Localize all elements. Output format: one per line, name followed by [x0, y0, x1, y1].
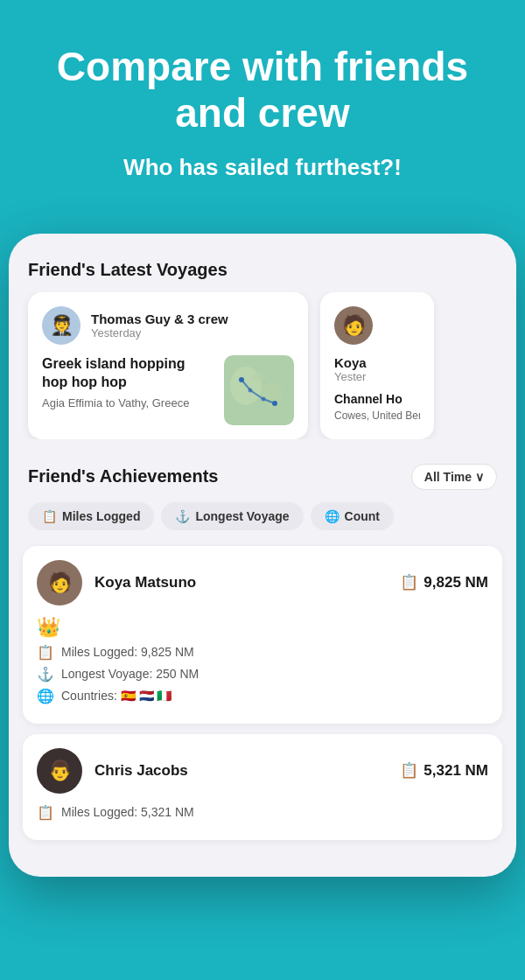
leaderboard-name-1: Koya Matsuno: [94, 574, 388, 592]
miles-icon: 📋: [42, 509, 57, 523]
leaderboard-score-2: 📋 5,321 NM: [400, 761, 488, 780]
voyages-scroll: 🧑‍✈️ Thomas Guy & 3 crew Yesterday Greek…: [9, 292, 516, 439]
voyage-route-1: Agia Effimia to Vathy, Greece: [42, 396, 214, 410]
user-time-1: Yesterday: [91, 326, 228, 340]
voyage-map-1: [224, 355, 294, 425]
all-time-filter-button[interactable]: All Time ∨: [411, 464, 497, 490]
longest-detail-label-1: Longest Voyage: 250 NM: [61, 667, 199, 681]
tab-count-label: Count: [345, 509, 380, 523]
voyage-partial-time: Yester: [334, 370, 420, 383]
anchor-icon: ⚓: [175, 509, 190, 523]
user-info-1: Thomas Guy & 3 crew Yesterday: [91, 312, 228, 340]
voyage-card-2[interactable]: 🧑 Koya Yester Channel Ho Cowes, United B…: [320, 292, 434, 439]
tab-longest-voyage[interactable]: ⚓ Longest Voyage: [161, 502, 303, 530]
voyage-partial-title: Channel Ho: [334, 392, 420, 406]
detail-miles-1: 📋 Miles Logged: 9,825 NM: [37, 644, 488, 661]
voyage-content-1: Greek island hopping hop hop hop Agia Ef…: [42, 355, 294, 425]
anchor-detail-icon-1: ⚓: [37, 666, 54, 682]
detail-rank-1: 👑: [37, 616, 488, 639]
globe-icon: 🌐: [325, 509, 340, 523]
score-value-1: 9,825 NM: [424, 574, 488, 592]
detail-miles-2: 📋 Miles Logged: 5,321 NM: [37, 804, 488, 821]
hero-subtitle: Who has sailed furthest?!: [26, 154, 499, 181]
miles-detail-icon-2: 📋: [37, 804, 54, 821]
achievement-tabs: 📋 Miles Logged ⚓ Longest Voyage 🌐 Count: [9, 502, 516, 530]
hero-title: Compare with friends and crew: [26, 44, 499, 136]
globe-detail-icon-1: 🌐: [37, 688, 54, 704]
tab-count[interactable]: 🌐 Count: [311, 502, 394, 530]
map-svg-1: [224, 355, 294, 425]
avatar-koya-voyage: 🧑: [334, 306, 373, 345]
leaderboard-top-1: 🧑 Koya Matsuno 📋 9,825 NM: [37, 560, 488, 606]
score-value-2: 5,321 NM: [424, 762, 488, 780]
avatar-chris-leaderboard: 👨: [37, 748, 82, 794]
score-icon-1: 📋: [400, 573, 418, 592]
score-icon-2: 📋: [400, 761, 418, 780]
voyage-card-1[interactable]: 🧑‍✈️ Thomas Guy & 3 crew Yesterday Greek…: [28, 292, 308, 439]
achievements-header: Friend's Achievements All Time ∨: [9, 464, 516, 490]
user-name-1: Thomas Guy & 3 crew: [91, 312, 228, 326]
avatar-koya-leaderboard: 🧑: [37, 560, 82, 606]
voyage-title-1: Greek island hopping hop hop hop: [42, 355, 214, 392]
voyages-section-title: Friend's Latest Voyages: [9, 260, 516, 280]
leaderboard-score-1: 📋 9,825 NM: [400, 573, 488, 592]
voyage-text-1: Greek island hopping hop hop hop Agia Ef…: [42, 355, 214, 410]
leaderboard-row-2[interactable]: 👨 Chris Jacobs 📋 5,321 NM 📋 Miles Logged…: [23, 734, 502, 840]
countries-detail-label-1: Countries: 🇪🇸 🇳🇱 🇮🇹: [61, 689, 172, 703]
detail-countries-1: 🌐 Countries: 🇪🇸 🇳🇱 🇮🇹: [37, 688, 488, 704]
voyage-user-row-2: 🧑: [334, 306, 420, 345]
phone-frame: Friend's Latest Voyages 🧑‍✈️ Thomas Guy …: [9, 234, 516, 877]
tab-miles-label: Miles Logged: [62, 509, 140, 523]
voyage-partial-name: Koya: [334, 355, 420, 370]
tab-miles-logged[interactable]: 📋 Miles Logged: [28, 502, 154, 530]
svg-rect-8: [224, 355, 294, 425]
leaderboard-top-2: 👨 Chris Jacobs 📋 5,321 NM: [37, 748, 488, 794]
detail-longest-1: ⚓ Longest Voyage: 250 NM: [37, 666, 488, 682]
leaderboard-details-1: 👑 📋 Miles Logged: 9,825 NM ⚓ Longest Voy…: [37, 616, 488, 704]
tab-longest-label: Longest Voyage: [195, 509, 289, 523]
leaderboard-details-2: 📋 Miles Logged: 5,321 NM: [37, 804, 488, 821]
hero-section: Compare with friends and crew Who has sa…: [0, 0, 525, 234]
all-time-label: All Time: [424, 470, 472, 484]
miles-detail-label-1: Miles Logged: 9,825 NM: [61, 645, 194, 659]
crown-icon-1: 👑: [37, 616, 60, 639]
voyage-user-row-1: 🧑‍✈️ Thomas Guy & 3 crew Yesterday: [42, 306, 294, 345]
voyage-partial-route: Cowes, United Benodet, Fran: [334, 410, 420, 422]
miles-detail-icon-1: 📋: [37, 644, 54, 661]
leaderboard-row-1[interactable]: 🧑 Koya Matsuno 📋 9,825 NM 👑 📋 Miles Logg…: [23, 546, 502, 724]
chevron-down-icon: ∨: [475, 470, 484, 484]
achievements-title: Friend's Achievements: [28, 466, 218, 486]
avatar-thomas: 🧑‍✈️: [42, 306, 80, 345]
miles-detail-label-2: Miles Logged: 5,321 NM: [61, 805, 194, 819]
leaderboard-name-2: Chris Jacobs: [94, 762, 388, 780]
